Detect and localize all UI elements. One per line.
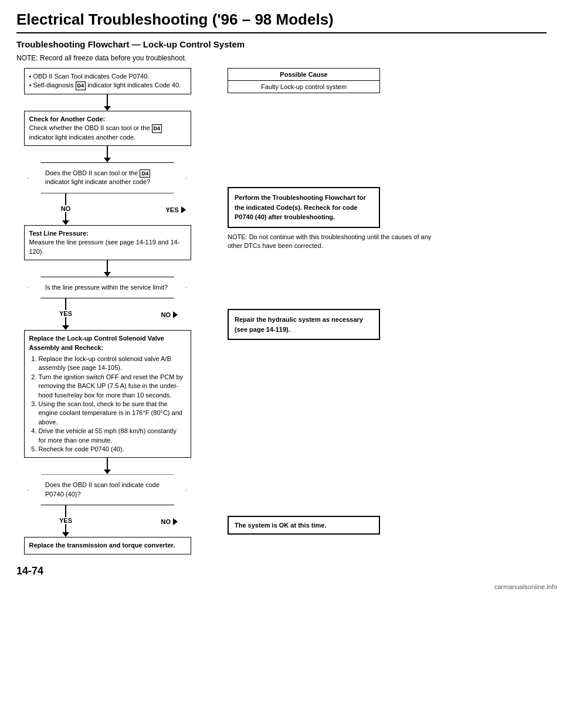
- no-branch-2: NO: [159, 311, 178, 318]
- no-label-2: NO: [161, 311, 171, 318]
- conn1: [107, 94, 108, 106]
- repair-section: Repair the hydraulic system as necessary…: [228, 309, 547, 340]
- left-flow: • OBD II Scan Tool indicates Code P0740.…: [16, 68, 198, 554]
- title-rule: [16, 32, 547, 33]
- box4-title: Replace the Lock-up Control Solenoid Val…: [29, 334, 186, 352]
- diamond1-container: Does the OBD II scan tool or the D4 indi…: [28, 162, 186, 193]
- diamond1-no-row: NO YES: [24, 193, 191, 225]
- diamond2-branches: YES NO: [24, 298, 191, 330]
- page-number: 14-74: [16, 565, 547, 577]
- no-arrow-3: [173, 518, 178, 525]
- conn9: [65, 505, 66, 517]
- conn2: [107, 146, 108, 158]
- right-flow: Possible Cause Faulty Lock-up control sy…: [198, 68, 547, 554]
- perform-note: NOTE: Do not continue with this troubles…: [228, 233, 445, 251]
- perform-section: Perform the Troubleshooting Flowchart fo…: [228, 169, 547, 250]
- box4-item2: Turn the ignition switch OFF and reset t…: [39, 373, 186, 400]
- yes-arrow-1: [181, 206, 186, 213]
- yes-label-2: YES: [59, 310, 72, 317]
- conn8: [107, 458, 108, 470]
- yes-branch-1: YES: [164, 206, 186, 213]
- perform-box: Perform the Troubleshooting Flowchart fo…: [228, 187, 380, 228]
- conn7: [65, 317, 66, 325]
- repair-box-text: Repair the hydraulic system as necessary…: [235, 316, 363, 333]
- system-ok-section: The system is OK at this time.: [228, 516, 547, 535]
- perform-box-text: Perform the Troubleshooting Flowchart fo…: [235, 194, 366, 220]
- arrow4: [104, 272, 111, 277]
- possible-cause-value: Faulty Lock-up control system: [228, 81, 380, 93]
- top-note: NOTE: Record all freeze data before you …: [16, 54, 547, 62]
- box5: Replace the transmission and torque conv…: [24, 537, 191, 554]
- d4-badge-3: D4: [140, 169, 150, 178]
- box4-list: Replace the lock-up control solenoid val…: [29, 355, 186, 454]
- diamond2: Is the line pressure within the service …: [28, 277, 186, 298]
- box4-item1: Replace the lock-up control solenoid val…: [39, 355, 186, 373]
- box4: Replace the Lock-up Control Solenoid Val…: [24, 330, 191, 458]
- conn4: [65, 212, 66, 220]
- d4-badge-2: D4: [152, 124, 162, 133]
- arrow6: [104, 470, 111, 474]
- box3-body: Measure the line pressure (see page 14-1…: [29, 238, 186, 256]
- conn10: [65, 524, 66, 532]
- diamond3-branches: YES NO: [24, 505, 191, 537]
- arrow1: [104, 106, 111, 111]
- arrow7: [62, 532, 69, 537]
- arrow5: [62, 325, 69, 330]
- no-branch-3: NO: [159, 518, 178, 525]
- arrow3: [62, 220, 69, 225]
- watermark: carmanualsoniine.info: [494, 583, 557, 590]
- conn3: [65, 193, 66, 205]
- diamond3: Does the OBD II scan tool indicate code …: [28, 474, 186, 505]
- conn5: [107, 260, 108, 272]
- no-arrow-2: [173, 311, 178, 318]
- possible-cause-header: Possible Cause: [228, 68, 380, 81]
- box5-text: Replace the transmission and torque conv…: [29, 541, 186, 550]
- section-title: Troubleshooting Flowchart — Lock-up Cont…: [16, 39, 547, 49]
- arrow2: [104, 158, 111, 162]
- box3: Test Line Pressure: Measure the line pre…: [24, 225, 191, 260]
- box2-body: Check whether the OBD II scan tool or th…: [29, 124, 186, 142]
- yes-label-1: YES: [166, 206, 179, 213]
- yes-label-3: YES: [59, 517, 72, 524]
- box4-item3: Using the scan tool, check to be sure th…: [39, 400, 186, 427]
- main-title: Electrical Troubleshooting ('96 – 98 Mod…: [16, 11, 547, 29]
- box4-item4: Drive the vehicle at 55 mph (88 km/h) co…: [39, 427, 186, 445]
- system-ok-box: The system is OK at this time.: [228, 516, 380, 535]
- flowchart: • OBD II Scan Tool indicates Code P0740.…: [16, 68, 547, 554]
- system-ok-text: The system is OK at this time.: [235, 522, 327, 529]
- diamond1: Does the OBD II scan tool or the D4 indi…: [28, 162, 186, 193]
- conn6: [65, 298, 66, 310]
- no-label-1: NO: [61, 205, 71, 212]
- d4-badge-1: D4: [76, 81, 86, 90]
- box2: Check for Another Code: Check whether th…: [24, 111, 191, 146]
- page-container: Electrical Troubleshooting ('96 – 98 Mod…: [0, 0, 563, 595]
- box1-line1: • OBD II Scan Tool indicates Code P0740.: [29, 72, 186, 81]
- diamond3-container: Does the OBD II scan tool indicate code …: [28, 474, 186, 505]
- no-label-3: NO: [161, 518, 171, 525]
- possible-cause-section: Possible Cause Faulty Lock-up control sy…: [228, 68, 547, 93]
- box1-line2: • Self-diagnosis D4 indicator light indi…: [29, 81, 186, 90]
- repair-box: Repair the hydraulic system as necessary…: [228, 309, 380, 340]
- box3-title: Test Line Pressure:: [29, 229, 186, 238]
- diamond2-container: Is the line pressure within the service …: [28, 277, 186, 298]
- box2-title: Check for Another Code:: [29, 115, 186, 124]
- box4-item5: Recheck for code P0740 (40).: [39, 445, 186, 454]
- box1: • OBD II Scan Tool indicates Code P0740.…: [24, 68, 191, 94]
